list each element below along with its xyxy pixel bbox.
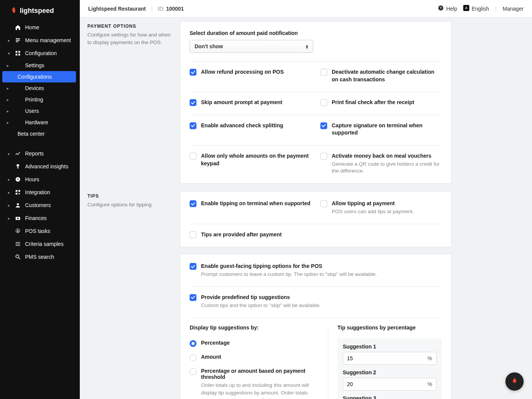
insights-icon (14, 163, 21, 170)
check-capture-signature[interactable] (320, 122, 327, 129)
chevron-right-icon: ▸ (7, 190, 11, 195)
tip-suggestions-title: Tip suggestions by percentage (337, 325, 442, 331)
chevron-right-icon: ▸ (7, 38, 11, 43)
subnav-devices[interactable]: ▸ Devices (0, 82, 80, 94)
topbar: Lightspeed Restaurant | ID: 100001 ? Hel… (80, 0, 532, 17)
suggestion-2-input[interactable] (343, 381, 423, 387)
menu-icon (14, 37, 21, 44)
subnav-users[interactable]: ▸ Users (0, 105, 80, 117)
svg-text:?: ? (440, 6, 442, 10)
sidebar: lightspeed Home ▸ Menu management ▾ Conf… (0, 0, 80, 399)
svg-rect-7 (16, 190, 17, 192)
section-subtitle: Configure settings for how and when to d… (87, 31, 171, 47)
select-arrows-icon: ▴▾ (306, 44, 308, 49)
percent-unit: % (423, 381, 436, 387)
gear-icon (14, 228, 21, 234)
nav-home[interactable]: Home (0, 21, 80, 34)
list-icon (14, 241, 21, 247)
chevron-right-icon: ▸ (7, 63, 11, 68)
language-select[interactable]: A English (463, 5, 489, 12)
check-enable-advanced-split[interactable] (190, 122, 196, 129)
check-enable-guest-tipping[interactable] (190, 263, 196, 270)
check-allow-tipping-payment[interactable] (320, 200, 327, 207)
check-tips-after-payment[interactable] (190, 231, 196, 238)
chevron-right-icon: ▸ (7, 86, 11, 90)
logo[interactable]: lightspeed (0, 3, 80, 21)
section-payment-options-desc: PAYMENT OPTIONS Configure settings for h… (80, 21, 171, 184)
check-provide-predefined-tips[interactable] (190, 294, 196, 301)
suggestion-box: Suggestion 1 % Suggestion 2 % (337, 338, 442, 399)
check-deactivate-auto-change[interactable] (320, 69, 327, 76)
subnav-beta-center[interactable]: Beta center (0, 128, 80, 139)
nav-menu-management[interactable]: ▸ Menu management (0, 34, 80, 47)
help-fab[interactable] (505, 372, 524, 391)
integration-icon (14, 189, 21, 196)
id-group: ID: 100001 (158, 6, 184, 12)
language-icon: A (463, 5, 469, 12)
flame-icon (10, 6, 17, 16)
help-button[interactable]: ? Help (438, 5, 457, 12)
svg-text:A: A (465, 6, 468, 10)
nav-pos-tasks[interactable]: POS tasks (0, 225, 80, 238)
nav-criteria-samples[interactable]: Criteria samples (0, 238, 80, 250)
card-tips-basic: Enable tipping on terminal when supporte… (180, 191, 451, 247)
radio-amount[interactable] (190, 354, 196, 361)
reports-icon (14, 150, 21, 157)
chevron-right-icon: ▸ (7, 216, 11, 220)
search-icon (14, 253, 21, 260)
nav-advanced-insights[interactable]: Advanced insights (0, 160, 80, 173)
restaurant-name: Lightspeed Restaurant (88, 6, 146, 12)
nav-configuration[interactable]: ▾ Configuration (0, 47, 80, 60)
role-menu[interactable]: Manager (503, 6, 524, 12)
nav-integration[interactable]: ▸ Integration (0, 186, 80, 199)
suggestion-1-input[interactable] (343, 355, 423, 361)
finances-icon (14, 215, 21, 222)
nav-pms-search[interactable]: PMS search (0, 250, 80, 263)
display-tip-by-label: Display tip suggestions by: (190, 325, 315, 331)
subnav-configurations[interactable]: Configurations (2, 71, 76, 82)
section-title: PAYMENT OPTIONS (87, 24, 171, 29)
subnav-hardware[interactable]: ▸ Hardware (0, 117, 80, 128)
svg-rect-15 (16, 244, 20, 244)
chevron-right-icon: ▸ (7, 203, 11, 207)
svg-rect-9 (16, 193, 17, 195)
percent-unit: % (423, 355, 436, 361)
svg-rect-8 (18, 190, 20, 192)
radio-percentage[interactable] (190, 340, 196, 347)
customers-icon (14, 202, 21, 209)
section-subtitle: Configure options for tipping. (87, 201, 171, 209)
home-icon (14, 24, 21, 31)
brand-label: lightspeed (20, 7, 54, 15)
card-payment-options: Select duration of amount paid notificat… (180, 21, 451, 184)
svg-rect-5 (17, 167, 19, 168)
nav-reports[interactable]: ▸ Reports (0, 147, 80, 160)
chevron-right-icon: ▸ (7, 120, 11, 125)
svg-rect-1 (18, 51, 20, 53)
chevron-right-icon: ▸ (7, 152, 11, 156)
flame-icon (510, 377, 519, 386)
subnav-settings[interactable]: ▸ Settings (0, 60, 80, 71)
duration-select[interactable]: Don't show ▴▾ (190, 40, 313, 53)
check-skip-amount-prompt[interactable] (190, 99, 196, 106)
radio-threshold[interactable] (190, 368, 196, 375)
card-tips-guest-facing: Enable guest-facing tipping options for … (180, 254, 451, 399)
section-tips-desc: TIPS Configure options for tipping. (80, 191, 171, 399)
svg-rect-16 (16, 245, 20, 245)
subnav-printing[interactable]: ▸ Printing (0, 94, 80, 105)
check-activate-money-back[interactable] (320, 153, 327, 160)
svg-point-4 (17, 164, 19, 167)
chevron-down-icon: ▾ (7, 51, 11, 55)
check-whole-amounts-only[interactable] (190, 153, 196, 160)
nav-customers[interactable]: ▸ Customers (0, 199, 80, 212)
nav-finances[interactable]: ▸ Finances (0, 212, 80, 225)
chevron-right-icon: ▸ (7, 98, 11, 102)
clock-icon (14, 176, 21, 183)
check-enable-tipping-terminal[interactable] (190, 200, 196, 207)
check-print-final-check[interactable] (320, 99, 327, 106)
svg-point-10 (17, 203, 19, 205)
configuration-icon (14, 50, 21, 57)
check-allow-refund[interactable] (190, 69, 196, 76)
nav-hours[interactable]: ▸ Hours (0, 173, 80, 186)
svg-rect-14 (16, 242, 20, 242)
svg-rect-2 (16, 54, 17, 55)
